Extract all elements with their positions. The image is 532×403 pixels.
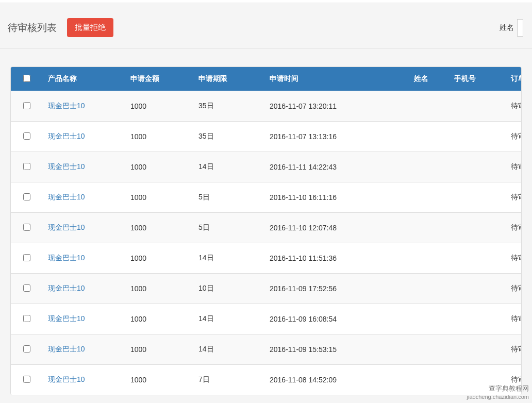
product-link[interactable]: 现金巴士10 [48,375,85,383]
cell-name [409,213,449,243]
cell-name [409,91,449,122]
filter-label-text: 姓名 [500,23,514,32]
product-link[interactable]: 现金巴士10 [48,102,85,110]
cell-amount: 1000 [125,274,193,304]
cell-period: 5日 [193,213,264,243]
cell-phone [449,274,506,304]
table-row: 现金巴士10100035日2016-11-07 13:13:16待审核 [11,122,522,152]
row-checkbox[interactable] [23,163,30,170]
row-checkbox-cell [11,304,43,334]
row-checkbox[interactable] [23,345,30,352]
cell-name [409,365,449,395]
row-checkbox[interactable] [23,102,30,109]
pending-table: 产品名称 申请金额 申请期限 申请时间 姓名 手机号 订单状 现金巴士10100… [11,67,522,395]
cell-time: 2016-11-08 14:52:09 [264,365,409,395]
cell-period: 14日 [193,152,264,182]
cell-product: 现金巴士10 [43,274,125,304]
row-checkbox-cell [11,182,43,213]
cell-status: 待审核 [506,182,522,213]
product-link[interactable]: 现金巴士10 [48,345,85,353]
cell-name [409,243,449,274]
row-checkbox[interactable] [23,254,30,261]
cell-period: 10日 [193,274,264,304]
cell-time: 2016-11-10 11:51:36 [264,243,409,274]
cell-amount: 1000 [125,213,193,243]
cell-phone [449,152,506,182]
product-link[interactable]: 现金巴士10 [48,284,85,292]
cell-product: 现金巴士10 [43,182,125,213]
cell-status: 待审核 [506,152,522,182]
row-checkbox[interactable] [23,376,30,383]
table-row: 现金巴士1010005日2016-11-10 16:11:16待审核 [11,182,522,213]
product-link[interactable]: 现金巴士10 [48,314,85,323]
row-checkbox-cell [11,243,43,274]
cell-phone [449,304,506,334]
cell-time: 2016-11-09 17:52:56 [264,274,409,304]
cell-amount: 1000 [125,304,193,334]
row-checkbox-cell [11,122,43,152]
cell-product: 现金巴士10 [43,213,125,243]
table-row: 现金巴士10100014日2016-11-09 16:08:54待审核 [11,304,522,334]
header-time: 申请时间 [264,67,409,91]
header-period: 申请期限 [193,67,264,91]
cell-status: 待审核 [506,122,522,152]
page-title: 待审核列表 [8,21,57,35]
cell-amount: 1000 [125,152,193,182]
cell-time: 2016-11-11 14:22:43 [264,152,409,182]
header-name: 姓名 [409,67,449,91]
cell-product: 现金巴士10 [43,334,125,365]
cell-status: 待审核 [506,365,522,395]
cell-time: 2016-11-07 13:20:11 [264,91,409,122]
cell-status: 待审核 [506,304,522,334]
table-row: 现金巴士10100014日2016-11-11 14:22:43待审核 [11,152,522,182]
row-checkbox-cell [11,365,43,395]
cell-name [409,182,449,213]
row-checkbox[interactable] [23,284,30,292]
select-all-checkbox[interactable] [23,75,30,82]
header-checkbox-cell [11,67,43,91]
table-row: 现金巴士10100035日2016-11-07 13:20:11待审核 [11,91,522,122]
cell-name [409,122,449,152]
cell-product: 现金巴士10 [43,152,125,182]
row-checkbox-cell [11,91,43,122]
cell-amount: 1000 [125,243,193,274]
product-link[interactable]: 现金巴士10 [48,132,85,140]
cell-time: 2016-11-07 13:13:16 [264,122,409,152]
cell-period: 14日 [193,334,264,365]
cell-time: 2016-11-10 16:11:16 [264,182,409,213]
cell-period: 5日 [193,182,264,213]
cell-amount: 1000 [125,334,193,365]
row-checkbox[interactable] [23,132,30,140]
cell-status: 待审核 [506,274,522,304]
row-checkbox[interactable] [23,224,30,231]
cell-amount: 1000 [125,365,193,395]
header-phone: 手机号 [449,67,506,91]
cell-phone [449,334,506,365]
cell-status: 待审核 [506,213,522,243]
table-row: 现金巴士1010007日2016-11-08 14:52:09待审核 [11,365,522,395]
cell-product: 现金巴士10 [43,304,125,334]
row-checkbox-cell [11,213,43,243]
row-checkbox[interactable] [23,193,30,200]
row-checkbox[interactable] [23,315,30,322]
batch-reject-button[interactable]: 批量拒绝 [67,18,113,37]
header-amount: 申请金额 [125,67,193,91]
filter-name-input[interactable] [517,19,523,37]
cell-phone [449,365,506,395]
product-link[interactable]: 现金巴士10 [48,254,85,262]
cell-phone [449,243,506,274]
table-row: 现金巴士1010005日2016-11-10 12:07:48待审核 [11,213,522,243]
cell-amount: 1000 [125,182,193,213]
cell-product: 现金巴士10 [43,91,125,122]
product-link[interactable]: 现金巴士10 [48,223,85,231]
page-header: 待审核列表 批量拒绝 姓名 [0,16,532,49]
product-link[interactable]: 现金巴士10 [48,193,85,201]
filter-name-label: 姓名 [500,19,524,37]
cell-product: 现金巴士10 [43,365,125,395]
cell-name [409,334,449,365]
cell-phone [449,182,506,213]
cell-period: 35日 [193,122,264,152]
cell-name [409,304,449,334]
product-link[interactable]: 现金巴士10 [48,162,85,171]
cell-phone [449,91,506,122]
